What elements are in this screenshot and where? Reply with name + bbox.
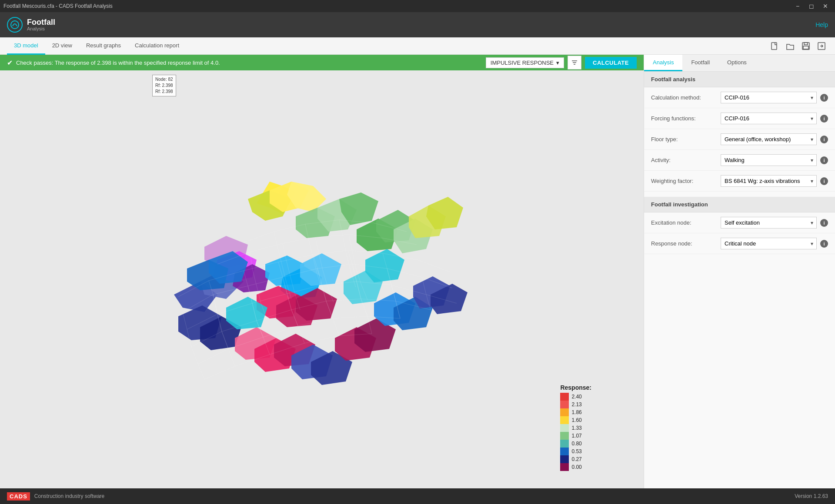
restore-button[interactable]: ◻ — [805, 0, 818, 12]
main-toolbar: 3D model 2D view Result graphs Calculati… — [0, 37, 835, 55]
calc-method-select-wrapper[interactable]: CCIP-016 — [721, 92, 817, 103]
weighting-factor-select-wrapper[interactable]: BS 6841 Wg: z-axis vibrations — [721, 175, 817, 187]
excitation-node-label: Excitation node: — [651, 219, 721, 226]
activity-value: Walking i — [721, 154, 828, 166]
calc-method-info-icon[interactable]: i — [820, 94, 828, 102]
panel-tab-analysis[interactable]: Analysis — [644, 55, 682, 71]
open-file-button[interactable] — [784, 40, 797, 53]
footfall-analysis-header: Footfall analysis — [644, 72, 835, 87]
save-file-button[interactable] — [799, 40, 812, 53]
activity-select-wrapper[interactable]: Walking — [721, 154, 817, 166]
activity-info-icon[interactable]: i — [820, 156, 828, 164]
legend-item: 2.13 — [560, 401, 581, 408]
svg-marker-50 — [365, 249, 404, 282]
window-controls: − ◻ ✕ — [792, 0, 832, 12]
excitation-node-select-wrapper[interactable]: Self excitation — [721, 217, 817, 229]
svg-marker-34 — [426, 197, 463, 229]
footer: CADS Construction industry software Vers… — [0, 488, 835, 504]
excitation-node-select[interactable]: Self excitation — [721, 217, 817, 229]
close-button[interactable]: ✕ — [819, 0, 832, 12]
dropdown-arrow-icon: ▾ — [556, 60, 559, 66]
app-header: Footfall Analysis Help — [0, 12, 835, 37]
tab-result-graphs[interactable]: Result graphs — [79, 37, 128, 55]
viewport-wrapper: ✔ Check passes: The response of 2.398 is… — [0, 55, 644, 488]
activity-label: Activity: — [651, 157, 721, 163]
response-legend: Response: 2.40 2.13 1.86 1.60 — [560, 384, 591, 471]
filter-button[interactable] — [568, 56, 581, 70]
logo-area: Footfall Analysis — [7, 17, 55, 33]
svg-rect-3 — [804, 43, 808, 45]
legend-item: 2.40 — [560, 393, 581, 401]
legend-item: 0.80 — [560, 440, 581, 448]
floor-type-select-wrapper[interactable]: General (office, workshop) — [721, 133, 817, 145]
titlebar: Footfall Mescouris.cfa - CADS Footfall A… — [0, 0, 835, 12]
weighting-factor-info-icon[interactable]: i — [820, 177, 828, 185]
panel-content: Footfall analysis Calculation method: CC… — [644, 72, 835, 488]
forcing-functions-value: CCIP-016 i — [721, 113, 828, 124]
new-file-button[interactable] — [768, 40, 781, 53]
panel-tabs: Analysis Footfall Options — [644, 55, 835, 72]
forcing-functions-select[interactable]: CCIP-016 — [721, 113, 817, 124]
excitation-node-info-icon[interactable]: i — [820, 219, 828, 227]
legend-item: 1.33 — [560, 424, 581, 432]
floor-type-label: Floor type: — [651, 136, 721, 143]
mesh-node-label: Node: 82Rf: 2.398Rf: 2.398 — [152, 75, 176, 96]
response-node-label: Response node: — [651, 240, 721, 247]
legend-title: Response: — [560, 384, 591, 391]
notification-bar: ✔ Check passes: The response of 2.398 is… — [0, 55, 644, 70]
response-node-select-wrapper[interactable]: Critical node — [721, 238, 817, 249]
svg-point-0 — [11, 21, 19, 29]
floor-type-value: General (office, workshop) i — [721, 133, 828, 145]
logo-title: Footfall — [27, 18, 55, 26]
field-row-calc-method: Calculation method: CCIP-016 i — [644, 87, 835, 108]
check-icon: ✔ — [7, 59, 13, 67]
cads-logo: CADS — [7, 492, 30, 501]
response-node-value: Critical node i — [721, 238, 828, 249]
excitation-node-value: Self excitation i — [721, 217, 828, 229]
tab-2d-view[interactable]: 2D view — [45, 37, 79, 55]
svg-rect-1 — [772, 43, 777, 50]
weighting-factor-label: Weighting factor: — [651, 178, 721, 184]
forcing-functions-select-wrapper[interactable]: CCIP-016 — [721, 113, 817, 124]
calculate-button[interactable]: CALCULATE — [585, 57, 637, 69]
calc-method-label: Calculation method: — [651, 94, 721, 101]
response-dropdown[interactable]: IMPULSIVE RESPONSE ▾ — [486, 57, 564, 68]
notification-message: Check passes: The response of 2.398 is w… — [16, 60, 220, 66]
footer-left: CADS Construction industry software — [7, 492, 104, 501]
legend-item: 0.53 — [560, 448, 581, 455]
legend-item: 0.27 — [560, 455, 581, 463]
response-dropdown-label: IMPULSIVE RESPONSE — [491, 60, 554, 66]
tab-3d-model[interactable]: 3D model — [7, 37, 45, 55]
panel-tab-options[interactable]: Options — [718, 55, 755, 71]
floor-type-info-icon[interactable]: i — [820, 136, 828, 143]
legend-item: 1.07 — [560, 432, 581, 440]
response-node-info-icon[interactable]: i — [820, 240, 828, 248]
right-panel: Analysis Footfall Options Footfall analy… — [644, 55, 835, 488]
footer-version: Version 1.2.63 — [795, 493, 828, 499]
svg-rect-4 — [803, 46, 808, 49]
help-button[interactable]: Help — [815, 21, 828, 28]
response-node-select[interactable]: Critical node — [721, 238, 817, 249]
legend-item: 1.60 — [560, 416, 581, 424]
tab-calculation-report[interactable]: Calculation report — [128, 37, 186, 55]
field-row-weighting-factor: Weighting factor: BS 6841 Wg: z-axis vib… — [644, 171, 835, 192]
field-row-excitation-node: Excitation node: Self excitation i — [644, 212, 835, 233]
floor-type-select[interactable]: General (office, workshop) — [721, 133, 817, 145]
mesh-container — [0, 92, 644, 488]
forcing-functions-label: Forcing functions: — [651, 115, 721, 122]
export-button[interactable] — [815, 40, 828, 53]
forcing-functions-info-icon[interactable]: i — [820, 115, 828, 123]
window-title: Footfall Mescouris.cfa - CADS Footfall A… — [3, 3, 113, 9]
3d-viewport[interactable]: Node: 82Rf: 2.398Rf: 2.398 — [0, 70, 644, 488]
logo-text: Footfall Analysis — [27, 18, 55, 31]
panel-tab-footfall[interactable]: Footfall — [682, 55, 718, 71]
logo-subtitle: Analysis — [27, 26, 55, 31]
field-row-floor-type: Floor type: General (office, workshop) i — [644, 129, 835, 150]
toolbar-right — [768, 40, 828, 53]
activity-select[interactable]: Walking — [721, 154, 817, 166]
weighting-factor-value: BS 6841 Wg: z-axis vibrations i — [721, 175, 828, 187]
minimize-button[interactable]: − — [792, 0, 804, 12]
weighting-factor-select[interactable]: BS 6841 Wg: z-axis vibrations — [721, 175, 817, 187]
footer-description: Construction industry software — [34, 493, 104, 499]
calc-method-select[interactable]: CCIP-016 — [721, 92, 817, 103]
